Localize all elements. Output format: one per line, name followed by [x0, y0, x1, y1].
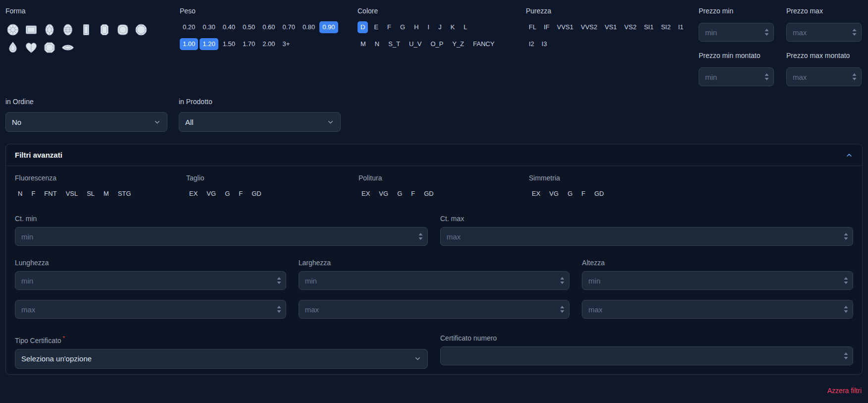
colore-chip[interactable]: E [371, 21, 381, 33]
simmetria-chip[interactable]: F [578, 188, 588, 200]
fluorescenza-chip[interactable]: N [15, 188, 25, 200]
simmetria-chip[interactable]: G [564, 188, 575, 200]
purezza-chip[interactable]: I3 [539, 38, 550, 50]
number-stepper-icon[interactable] [843, 305, 849, 314]
lunghezza-min-input[interactable] [15, 271, 286, 290]
larghezza-max-input[interactable] [299, 300, 570, 319]
politura-chip[interactable]: F [408, 188, 418, 200]
prezzo-max-input[interactable] [786, 23, 862, 42]
peso-chip[interactable]: 0.70 [280, 21, 298, 33]
fluorescenza-chip[interactable]: F [28, 188, 38, 200]
altezza-max-input[interactable] [582, 300, 853, 319]
colore-chip-selected[interactable]: D [357, 21, 368, 33]
shape-marquise-icon[interactable] [60, 40, 75, 55]
peso-chip[interactable]: 0.30 [200, 21, 218, 33]
shape-baguette-icon[interactable] [79, 22, 94, 37]
simmetria-chip[interactable]: GD [591, 188, 607, 200]
colore-chip[interactable]: K [448, 21, 458, 33]
peso-chip[interactable]: 3+ [280, 38, 293, 50]
colore-chip[interactable]: FANCY [470, 38, 497, 50]
colore-chip[interactable]: N [372, 38, 382, 50]
purezza-chip[interactable]: SI2 [658, 21, 674, 33]
number-stepper-icon[interactable] [852, 72, 857, 81]
shape-asscher-icon[interactable] [42, 40, 57, 55]
number-stepper-icon[interactable] [560, 305, 565, 314]
colore-chip[interactable]: J [435, 21, 445, 33]
taglio-chip[interactable]: G [222, 188, 233, 200]
number-stepper-icon[interactable] [843, 276, 849, 285]
colore-chip[interactable]: S_T [385, 38, 403, 50]
number-stepper-icon[interactable] [852, 28, 857, 37]
shape-oval-2-icon[interactable] [60, 22, 75, 37]
peso-chip[interactable]: 1.70 [240, 38, 258, 50]
purezza-chip[interactable]: IF [541, 21, 553, 33]
chevron-up-icon[interactable] [845, 151, 853, 159]
number-stepper-icon[interactable] [560, 276, 565, 285]
peso-chip-selected[interactable]: 1.20 [200, 38, 218, 50]
taglio-chip[interactable]: EX [186, 188, 201, 200]
colore-chip[interactable]: L [460, 21, 470, 33]
prezzo-min-input[interactable] [699, 23, 774, 42]
prezzo-max-montato-input[interactable] [786, 67, 862, 86]
tipo-certificato-select[interactable]: Seleziona un'opzione [15, 349, 428, 369]
number-stepper-icon[interactable] [843, 232, 849, 241]
taglio-chip[interactable]: VG [204, 188, 219, 200]
purezza-chip[interactable]: I2 [526, 38, 537, 50]
colore-chip[interactable]: F [384, 21, 394, 33]
colore-chip[interactable]: Y_Z [449, 38, 467, 50]
number-stepper-icon[interactable] [764, 72, 769, 81]
shape-heart-icon[interactable] [24, 40, 39, 55]
certificato-numero-input[interactable] [440, 346, 853, 365]
number-stepper-icon[interactable] [276, 305, 282, 314]
peso-chip[interactable]: 0.80 [300, 21, 318, 33]
purezza-chip[interactable]: I1 [675, 21, 686, 33]
fluorescenza-chip[interactable]: FNT [41, 188, 59, 200]
purezza-chip[interactable]: VS2 [621, 21, 640, 33]
number-stepper-icon[interactable] [418, 232, 423, 241]
number-stepper-icon[interactable] [764, 28, 769, 37]
peso-chip[interactable]: 0.40 [220, 21, 238, 33]
colore-chip[interactable]: U_V [406, 38, 424, 50]
taglio-chip[interactable]: GD [249, 188, 264, 200]
purezza-chip[interactable]: VVS1 [554, 21, 576, 33]
in-prodotto-select[interactable]: All [179, 112, 341, 132]
colore-chip[interactable]: M [357, 38, 369, 50]
ct-min-input[interactable] [15, 227, 428, 246]
shape-oval-icon[interactable] [42, 22, 57, 37]
peso-chip[interactable]: 2.00 [259, 38, 278, 50]
number-stepper-icon[interactable] [843, 351, 849, 360]
prezzo-min-montato-input[interactable] [699, 67, 774, 86]
fluorescenza-chip[interactable]: M [101, 188, 112, 200]
purezza-chip[interactable]: VS1 [602, 21, 620, 33]
purezza-chip[interactable]: FL [526, 21, 539, 33]
politura-chip[interactable]: EX [358, 188, 373, 200]
shape-cushion-icon[interactable] [115, 22, 130, 37]
shape-round-brilliant-icon[interactable] [134, 22, 149, 37]
politura-chip[interactable]: VG [376, 188, 391, 200]
advanced-filters-header[interactable]: Filtri avanzati [6, 144, 862, 166]
peso-chip[interactable]: 0.20 [180, 21, 198, 33]
peso-chip[interactable]: 0.60 [259, 21, 278, 33]
taglio-chip[interactable]: F [236, 188, 246, 200]
colore-chip[interactable]: I [425, 21, 433, 33]
colore-chip[interactable]: O_P [427, 38, 446, 50]
purezza-chip[interactable]: VVS2 [578, 21, 600, 33]
fluorescenza-chip[interactable]: VSL [63, 188, 81, 200]
peso-chip-selected[interactable]: 0.90 [319, 21, 338, 33]
fluorescenza-chip[interactable]: STG [115, 188, 134, 200]
shape-round-icon[interactable] [5, 22, 20, 37]
lunghezza-max-input[interactable] [15, 300, 286, 319]
purezza-chip[interactable]: SI1 [641, 21, 657, 33]
fluorescenza-chip[interactable]: SL [84, 188, 98, 200]
number-stepper-icon[interactable] [276, 276, 282, 285]
politura-chip[interactable]: G [394, 188, 405, 200]
peso-chip-selected[interactable]: 1.00 [180, 38, 198, 50]
in-ordine-select[interactable]: No [5, 112, 167, 132]
colore-chip[interactable]: H [411, 21, 421, 33]
peso-chip[interactable]: 0.50 [240, 21, 258, 33]
reset-filters-link[interactable]: Azzera filtri [827, 387, 862, 395]
shape-pear-icon[interactable] [5, 40, 20, 55]
altezza-min-input[interactable] [582, 271, 853, 290]
shape-princess-icon[interactable] [24, 22, 39, 37]
ct-max-input[interactable] [440, 227, 853, 246]
